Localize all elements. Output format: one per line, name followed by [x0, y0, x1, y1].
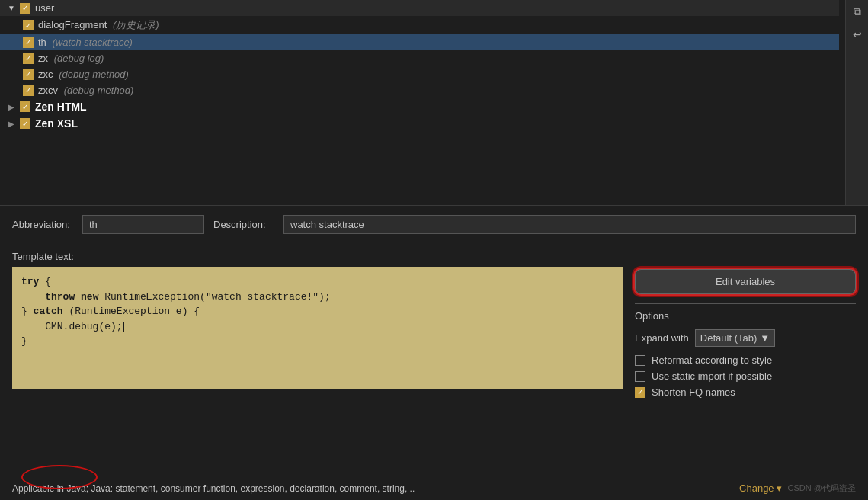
abbreviation-input[interactable] [82, 215, 204, 234]
right-icons-panel: ⧉ ↩ [845, 0, 868, 206]
code-line-5: } [21, 334, 613, 349]
undo-icon[interactable]: ↩ [849, 26, 866, 43]
shorten-fq-option-row: Shorten FQ names [635, 386, 856, 398]
change-link[interactable]: Change ▾ [739, 482, 782, 494]
static-import-label: Use static import if possible [652, 370, 772, 382]
checkbox-zx[interactable]: ✓ [23, 53, 34, 64]
expand-with-select[interactable]: Default (Tab) ▼ [695, 329, 775, 347]
tree-label-zenXSL: Zen XSL [35, 117, 78, 130]
tree-panel: ▼ ✓ user ✓ dialogFragment (历史记录) ✓ th (w… [0, 0, 868, 206]
checkbox-zxc[interactable]: ✓ [23, 69, 34, 80]
chevron-down-icon: ▾ [777, 482, 782, 494]
code-line-4: CMN.debug(e); [21, 319, 613, 335]
code-line-3: } catch (RuntimeException e) { [21, 304, 613, 319]
checkbox-zenHTML[interactable]: ✓ [20, 101, 30, 112]
dropdown-arrow-icon: ▼ [760, 332, 770, 344]
checkbox-user[interactable]: ✓ [20, 3, 30, 14]
watermark: CSDN @代码盗圣 [788, 482, 856, 494]
expand-with-label: Expand with [635, 332, 689, 344]
expand-with-row: Expand with Default (Tab) ▼ [635, 329, 856, 347]
tree-item-zx[interactable]: ✓ zx (debug log) [0, 50, 839, 66]
shorten-fq-label: Shorten FQ names [652, 386, 735, 398]
template-label: Template text: [12, 251, 623, 262]
code-line-2: throw new RuntimeException("watch stackt… [21, 290, 613, 305]
form-panel: Abbreviation: Description: [0, 206, 868, 251]
tree-item-zxcv[interactable]: ✓ zxcv (debug method) [0, 82, 839, 98]
tree-label-zenHTML: Zen HTML [35, 101, 87, 113]
tree-label-zxcv: zxcv (debug method) [38, 85, 133, 96]
checkbox-dialogFragment[interactable]: ✓ [23, 20, 34, 30]
reformat-checkbox[interactable] [635, 355, 645, 366]
template-right: Edit variables Options Expand with Defau… [635, 251, 856, 402]
checkbox-th[interactable]: ✓ [23, 37, 34, 48]
tree-item-zenHTML[interactable]: ▶ ✓ Zen HTML [0, 98, 839, 115]
options-section: Options Expand with Default (Tab) ▼ Refo… [635, 303, 856, 402]
code-line-1: try { [21, 274, 613, 290]
edit-variables-container: Edit variables [635, 251, 856, 294]
tree-label-dialogFragment: dialogFragment (历史记录) [38, 18, 159, 32]
expand-arrow-zenXSL[interactable]: ▶ [6, 118, 17, 129]
abbreviation-label: Abbreviation: [12, 219, 73, 230]
static-import-checkbox[interactable] [635, 371, 645, 382]
tree-item-zxc[interactable]: ✓ zxc (debug method) [0, 66, 839, 82]
reformat-label: Reformat according to style [652, 354, 772, 366]
main-container: ▼ ✓ user ✓ dialogFragment (历史记录) ✓ th (w… [0, 0, 868, 500]
tree-label-th: th (watch stacktrace) [38, 37, 133, 48]
checkbox-zenXSL[interactable]: ✓ [20, 118, 30, 129]
tree-item-dialogFragment[interactable]: ✓ dialogFragment (历史记录) [0, 16, 839, 34]
tree-item-th[interactable]: ✓ th (watch stacktrace) [0, 34, 839, 50]
bottom-bar: Applicable in Java; Java: statement, con… [0, 476, 868, 500]
expand-arrow-user[interactable]: ▼ [6, 3, 17, 14]
abbreviation-row: Abbreviation: Description: [12, 215, 856, 234]
options-title: Options [635, 310, 856, 322]
tree-label-zx: zx (debug log) [38, 53, 104, 64]
code-editor[interactable]: try { throw new RuntimeException("watch … [12, 267, 623, 389]
expand-arrow-zenHTML[interactable]: ▶ [6, 101, 17, 112]
static-import-option-row: Use static import if possible [635, 370, 856, 382]
bottom-right: Change ▾ CSDN @代码盗圣 [739, 482, 856, 494]
applicable-text: Applicable in Java; Java: statement, con… [12, 483, 739, 494]
copy-icon[interactable]: ⧉ [849, 3, 866, 20]
shorten-fq-checkbox[interactable] [635, 387, 645, 398]
description-label: Description: [213, 219, 274, 230]
template-section: Template text: try { throw new RuntimeEx… [0, 251, 868, 402]
checkbox-zxcv[interactable]: ✓ [23, 85, 34, 96]
tree-item-zenXSL[interactable]: ▶ ✓ Zen XSL [0, 115, 839, 132]
tree-item-user[interactable]: ▼ ✓ user [0, 0, 839, 16]
bottom-left: Applicable in Java; Java: statement, con… [12, 483, 739, 494]
description-input[interactable] [283, 215, 856, 234]
edit-variables-button[interactable]: Edit variables [635, 269, 856, 294]
tree-label-zxc: zxc (debug method) [38, 69, 129, 80]
template-left: Template text: try { throw new RuntimeEx… [12, 251, 623, 402]
tree-label-user: user [35, 2, 54, 14]
reformat-option-row: Reformat according to style [635, 354, 856, 366]
